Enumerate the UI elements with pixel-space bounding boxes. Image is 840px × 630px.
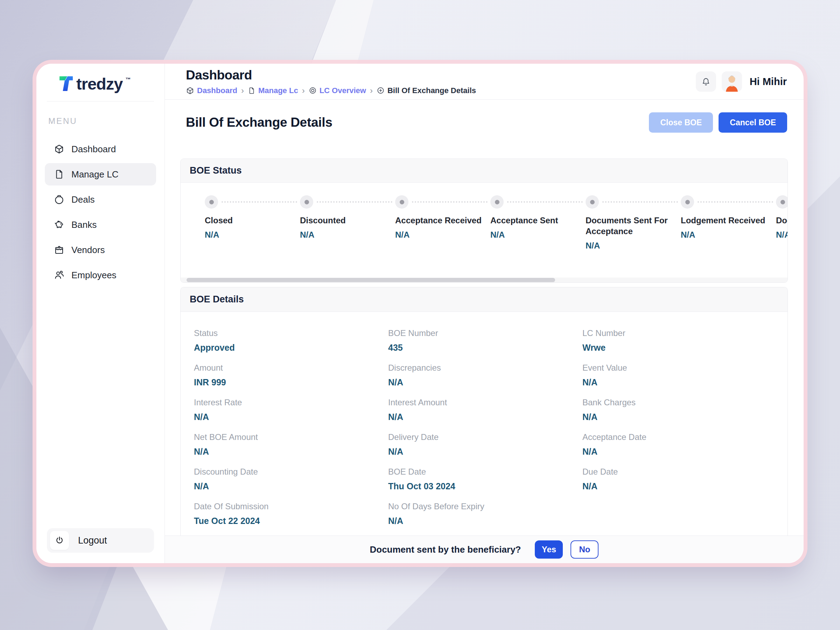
breadcrumb-separator: › (302, 86, 305, 96)
topbar: Dashboard Dashboard › (165, 64, 804, 100)
sidebar-item-label: Manage LC (71, 169, 118, 180)
user-greeting: Hi Mihir (750, 76, 787, 87)
field-bank-charges: Bank Charges N/A (583, 397, 788, 422)
page-content: Bill Of Exchange Details Close BOE Cance… (165, 100, 804, 563)
status-step-documents-sent: Documents Sent For Acceptance N/A (586, 195, 681, 251)
sidebar-menu: Dashboard Manage LC Deals (36, 138, 164, 286)
logout-label: Logout (78, 535, 107, 546)
boe-details-card: BOE Details Status Approved BOE Number 4… (180, 287, 788, 536)
horizontal-scrollbar (181, 278, 788, 283)
field-boe-date: BOE Date Thu Oct 03 2024 (388, 467, 583, 491)
sidebar-divider (47, 101, 154, 101)
piggy-bank-icon (54, 219, 65, 230)
step-dot (490, 195, 504, 208)
field-discounting-date: Discounting Date N/A (194, 467, 388, 491)
breadcrumb-separator: › (241, 86, 244, 96)
field-due-date: Due Date N/A (583, 467, 788, 491)
breadcrumb-separator: › (370, 86, 373, 96)
step-dot (300, 195, 313, 208)
users-icon (54, 270, 65, 280)
field-status: Status Approved (194, 328, 388, 353)
field-days-before-expiry: No Of Days Before Expiry N/A (388, 501, 583, 526)
field-interest-amount: Interest Amount N/A (388, 397, 583, 422)
boe-status-header: BOE Status (181, 159, 788, 183)
file-icon (54, 169, 65, 180)
close-boe-button[interactable]: Close BOE (649, 112, 713, 133)
field-delivery-date: Delivery Date N/A (388, 432, 583, 457)
status-step-acceptance-received: Acceptance Received N/A (395, 195, 490, 240)
breadcrumb: Dashboard › Manage Lc › (186, 86, 476, 96)
step-dot (681, 195, 694, 208)
sidebar-item-deals[interactable]: Deals (45, 188, 156, 211)
notifications-button[interactable] (696, 71, 716, 92)
status-step-clipped: Doc N/A (776, 195, 788, 240)
app-window: tredzy ™ MENU Dashboard Manage (36, 64, 804, 563)
step-connector (317, 201, 392, 203)
user-avatar[interactable] (722, 71, 742, 92)
sidebar-item-banks[interactable]: Banks (45, 213, 156, 236)
sidebar-item-label: Vendors (71, 245, 105, 256)
plus-circle-icon (377, 87, 385, 95)
field-net-boe-amount: Net BOE Amount N/A (194, 432, 388, 457)
crate-icon (54, 245, 65, 255)
step-dot (395, 195, 409, 208)
brand-logo: tredzy ™ (36, 64, 164, 92)
step-dot (205, 195, 218, 208)
field-boe-number: BOE Number 435 (388, 328, 583, 353)
sidebar-item-employees[interactable]: Employees (45, 264, 156, 286)
logout-button[interactable]: Logout (47, 528, 154, 553)
power-icon (55, 536, 64, 545)
sidebar-item-manage-lc[interactable]: Manage LC (45, 163, 156, 185)
status-step-lodgement-received: Lodgement Received N/A (681, 195, 776, 240)
step-connector (602, 201, 678, 203)
boe-details-header: BOE Details (181, 287, 788, 312)
bell-icon (701, 77, 711, 87)
avatar-image (722, 71, 742, 92)
sidebar-item-label: Employees (71, 270, 117, 281)
step-connector (698, 201, 773, 203)
page-title: Bill Of Exchange Details (186, 115, 332, 130)
field-date-of-submission: Date Of Submission Tue Oct 22 2024 (194, 501, 388, 526)
sidebar-item-vendors[interactable]: Vendors (45, 239, 156, 261)
field-interest-rate: Interest Rate N/A (194, 397, 388, 422)
step-dot (776, 195, 788, 208)
cube-icon (54, 144, 65, 154)
no-button[interactable]: No (570, 540, 598, 559)
boe-details-grid: Status Approved BOE Number 435 LC Number… (181, 312, 788, 526)
breadcrumb-dashboard[interactable]: Dashboard (186, 86, 237, 95)
money-bag-icon (54, 194, 65, 205)
breadcrumb-manage-lc[interactable]: Manage Lc (248, 86, 298, 95)
step-connector (412, 201, 488, 203)
sidebar-item-dashboard[interactable]: Dashboard (45, 138, 156, 160)
menu-section-label: MENU (48, 116, 164, 126)
step-dot (586, 195, 599, 208)
main-area: Dashboard Dashboard › (165, 64, 804, 563)
file-icon (248, 87, 256, 95)
yes-button[interactable]: Yes (535, 540, 563, 559)
beneficiary-question: Document sent by the beneficiary? (370, 544, 521, 555)
tredzy-logo-icon (59, 76, 74, 92)
cube-icon (186, 87, 194, 95)
step-connector (507, 201, 583, 203)
field-amount: Amount INR 999 (194, 363, 388, 387)
brand-trademark: ™ (125, 76, 131, 82)
topbar-title: Dashboard (186, 68, 476, 83)
boe-status-card: BOE Status Closed N/A Discounted N/A (180, 159, 788, 283)
field-acceptance-date: Acceptance Date N/A (583, 432, 788, 457)
logout-icon-box (50, 531, 69, 550)
field-event-value: Event Value N/A (583, 363, 788, 387)
status-step-closed: Closed N/A (205, 195, 300, 240)
sidebar-item-label: Banks (71, 219, 96, 230)
boe-status-stepper: Closed N/A Discounted N/A Acceptance Rec… (181, 183, 788, 278)
status-step-discounted: Discounted N/A (300, 195, 395, 240)
beneficiary-question-bar: Document sent by the beneficiary? Yes No (165, 535, 804, 563)
scrollbar-thumb[interactable] (186, 278, 555, 282)
cancel-boe-button[interactable]: Cancel BOE (718, 112, 787, 133)
breadcrumb-lc-overview[interactable]: LC Overview (309, 86, 366, 95)
step-connector (221, 201, 297, 203)
brand-name: tredzy (76, 76, 123, 92)
field-discrepancies: Discrepancies N/A (388, 363, 583, 387)
sidebar: tredzy ™ MENU Dashboard Manage (36, 64, 165, 563)
sidebar-item-label: Deals (71, 194, 95, 205)
field-lc-number: LC Number Wrwe (583, 328, 788, 353)
